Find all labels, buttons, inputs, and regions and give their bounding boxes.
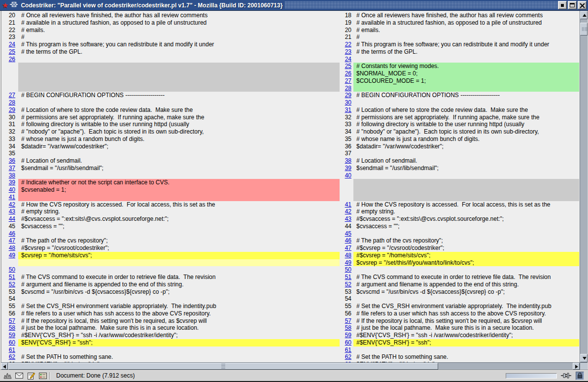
line-number-link[interactable]: 47 (345, 244, 351, 251)
line-number-link[interactable]: 61 (9, 347, 15, 353)
code-line (353, 230, 579, 238)
line-number-link[interactable]: 43 (9, 208, 15, 215)
line-number-link[interactable]: 51 (345, 274, 351, 280)
minimize-button[interactable] (558, 1, 567, 9)
offline-plug-icon[interactable] (561, 373, 572, 379)
line-number-link[interactable]: 47 (9, 237, 15, 244)
line-number-link[interactable]: 24 (9, 41, 15, 48)
line-number-link[interactable]: 38 (9, 172, 15, 179)
code-line: # following directory is writable to the… (353, 121, 579, 128)
code-line: $cvsrep = "/home/sits/cvs"; (18, 252, 340, 259)
scroll-right-button[interactable] (573, 363, 580, 370)
line-number-cell: 34 (1, 143, 18, 150)
security-lock-icon[interactable] (576, 372, 584, 380)
line-number-link[interactable]: 57 (345, 317, 351, 324)
code-line: # file refers to a user which has ssh ac… (353, 310, 579, 317)
line-number-link[interactable]: 27 (9, 92, 15, 99)
line-number-link[interactable]: 36 (9, 157, 15, 164)
line-number-link[interactable]: 23 (345, 48, 351, 55)
scroll-up-button[interactable] (580, 11, 588, 19)
line-number-link[interactable]: 60 (345, 339, 351, 346)
mail-icon[interactable] (15, 372, 24, 380)
vertical-scrollbar-thumb[interactable] (580, 23, 588, 35)
line-number-link[interactable]: 43 (345, 215, 351, 222)
diff-row: 49$cvsrep = "/home/sits/cvs";48#$cvsrep … (1, 252, 580, 259)
line-number-link[interactable]: 40 (9, 186, 15, 193)
line-number-link[interactable]: 61 (345, 347, 351, 353)
line-number-link[interactable]: 39 (9, 179, 15, 186)
line-number-link[interactable]: 48 (9, 244, 15, 251)
line-number-link[interactable]: 49 (9, 252, 15, 259)
code-line: # Set the CVS_RSH environment variable a… (18, 303, 340, 310)
line-number-link[interactable]: 26 (9, 56, 15, 63)
line-number-link[interactable]: 50 (345, 266, 351, 273)
line-number-link[interactable]: 46 (9, 230, 15, 237)
line-number-link[interactable]: 59 (9, 332, 15, 339)
line-number-link[interactable]: 29 (9, 106, 15, 113)
line-number-cell: 27 (340, 77, 353, 85)
line-number-link[interactable]: 60 (9, 339, 15, 346)
line-number-link[interactable]: 25 (345, 63, 351, 69)
line-number-cell: 52 (340, 281, 353, 288)
line-number-cell: 21 (1, 19, 18, 27)
line-number-link[interactable]: 28 (9, 99, 15, 106)
diff-row: 25# the terms of the GPL.23# the terms o… (1, 48, 580, 56)
line-number-link[interactable]: 22 (345, 41, 351, 48)
scroll-down-button[interactable] (580, 354, 588, 362)
line-number-link[interactable]: 45 (345, 230, 351, 237)
window-pin-icon[interactable] (10, 1, 18, 10)
line-number-link[interactable]: 42 (345, 208, 351, 215)
line-number-link[interactable]: 48 (345, 252, 351, 259)
composer-icon[interactable] (27, 372, 35, 380)
line-number-link[interactable]: 52 (9, 281, 15, 288)
close-button[interactable] (578, 1, 587, 9)
code-line (353, 186, 579, 194)
line-number: 36 (345, 143, 351, 150)
line-number-link[interactable]: 41 (9, 194, 15, 201)
maximize-button[interactable] (568, 1, 577, 9)
vertical-scrollbar[interactable] (580, 11, 588, 362)
line-number: 45 (9, 223, 15, 230)
addressbook-icon[interactable] (38, 372, 47, 380)
line-number-cell (1, 259, 18, 267)
line-number-link[interactable]: 58 (9, 324, 15, 331)
line-number-link[interactable]: 58 (345, 324, 351, 331)
line-number-link[interactable]: 46 (345, 237, 351, 244)
line-number-link[interactable]: 27 (345, 77, 351, 84)
line-number-link[interactable]: 51 (9, 274, 15, 280)
code-line (18, 295, 340, 303)
line-number-link[interactable]: 28 (345, 85, 351, 92)
line-number-link[interactable]: 25 (9, 48, 15, 55)
line-number-link[interactable]: 39 (345, 165, 351, 172)
code-line: $NORMAL_MODE = 0; (353, 70, 579, 77)
titlebar[interactable]: ★ Codestriker: "Parallel view of codestr… (0, 0, 588, 11)
line-number-link[interactable]: 30 (345, 99, 351, 106)
browser-window: ★ Codestriker: "Parallel view of codestr… (0, 0, 588, 382)
line-number-link[interactable]: 37 (9, 165, 15, 172)
horizontal-scrollbar[interactable] (1, 362, 580, 370)
line-number-link[interactable]: 40 (345, 172, 351, 179)
line-number-link[interactable]: 59 (345, 332, 351, 339)
line-number-link[interactable]: 57 (9, 317, 15, 324)
code-line: # The path of the cvs repository"; (18, 237, 340, 244)
horizontal-scrollbar-thumb[interactable] (8, 363, 438, 370)
line-number-link[interactable]: 31 (345, 106, 351, 113)
line-number-link[interactable]: 24 (345, 56, 351, 63)
line-number: 44 (345, 223, 351, 230)
navigator-icon[interactable] (3, 372, 12, 380)
scroll-left-button[interactable] (1, 363, 8, 370)
line-number-link[interactable]: 44 (9, 215, 15, 222)
line-number-link[interactable]: 52 (345, 281, 351, 288)
line-number-cell: 61 (340, 347, 353, 354)
line-number-link[interactable]: 41 (345, 201, 351, 208)
line-number-link[interactable]: 29 (345, 92, 351, 99)
line-number-link[interactable]: 50 (9, 266, 15, 273)
line-number-link[interactable]: 49 (345, 259, 351, 266)
diff-row: 2624 (1, 56, 580, 63)
line-number-link[interactable]: 62 (9, 353, 15, 360)
line-number-link[interactable]: 62 (345, 353, 351, 360)
code-line: # Location of where to store the code re… (353, 106, 579, 114)
line-number-link[interactable]: 38 (345, 157, 351, 164)
line-number-link[interactable]: 42 (9, 201, 15, 208)
line-number-link[interactable]: 26 (345, 70, 351, 77)
